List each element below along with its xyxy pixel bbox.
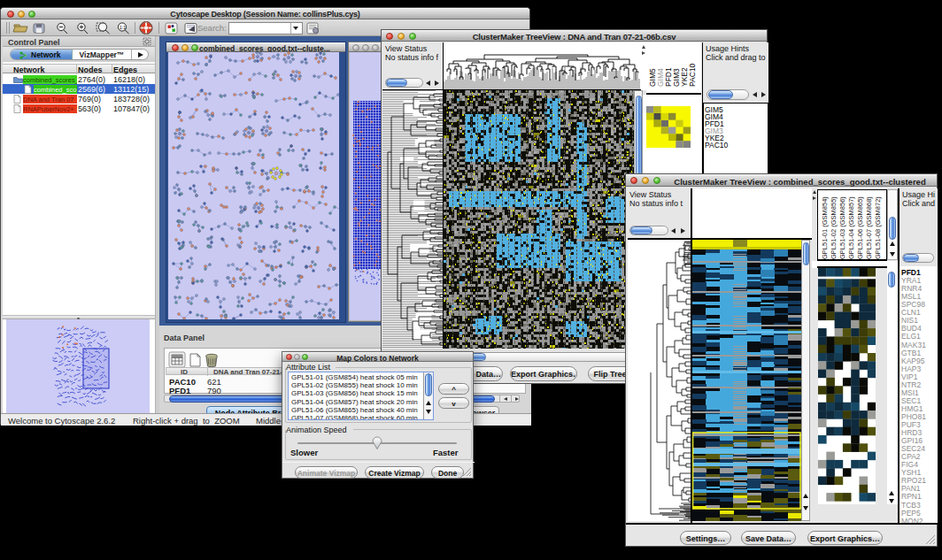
svg-text:1:1: 1:1 [120,25,126,30]
svg-text:Search:: Search: [197,23,227,33]
